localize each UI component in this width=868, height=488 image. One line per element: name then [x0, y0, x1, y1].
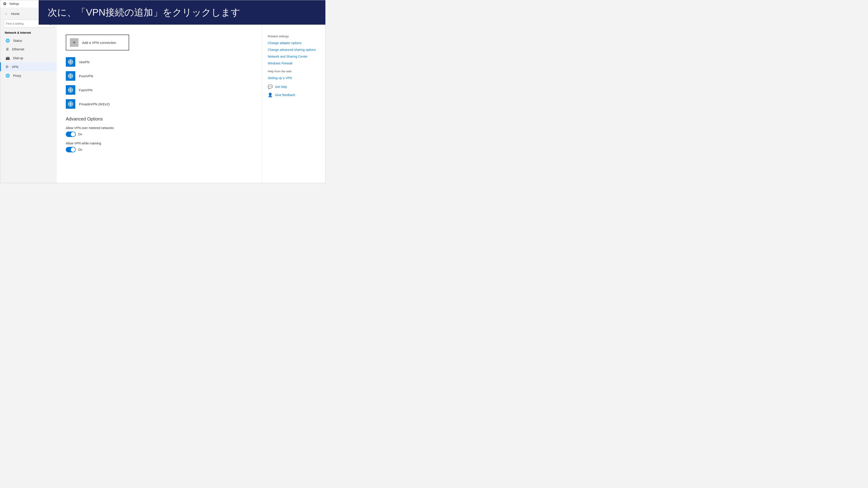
vpn-item-veepn[interactable]: VeePN: [66, 55, 253, 69]
vpn-item-privadovpn[interactable]: PrivadoVPN (IKEv2): [66, 97, 253, 111]
toggle-metered-state: On: [78, 132, 82, 136]
toggle-metered-label: Allow VPN over metered networks: [66, 126, 253, 130]
add-vpn-button[interactable]: + Add a VPN connection: [66, 35, 129, 51]
ethernet-icon: 🖥: [5, 47, 9, 51]
fastvpn-label: FastVPN: [79, 88, 92, 92]
right-panel: 次に、「VPN接続の追加」をクリックします + Add a VPN connec…: [57, 7, 262, 183]
proxy-icon: 🌐: [5, 73, 10, 78]
toggle-roaming[interactable]: [66, 147, 76, 152]
get-help-row[interactable]: 💬 Get help: [268, 84, 320, 89]
titlebar-left: ⚙ Settings: [3, 1, 19, 6]
fastvpn-icon: [66, 85, 75, 95]
give-feedback-icon: 👤: [268, 92, 273, 97]
vpn-item-purevpn[interactable]: PureVPN: [66, 69, 253, 83]
toggle-roaming-container: On: [66, 147, 253, 152]
sidebar-section-title: Network & Internet: [0, 31, 57, 36]
dialup-icon: 📠: [5, 56, 10, 60]
veepn-icon: [66, 57, 75, 67]
add-vpn-label: Add a VPN connection: [82, 41, 116, 44]
change-sharing-link[interactable]: Change advanced sharing options: [268, 48, 320, 52]
veepn-label: VeePN: [79, 60, 90, 64]
get-help-link[interactable]: Get help: [275, 85, 287, 89]
related-sidebar: Related settings Change adapter options …: [262, 7, 326, 183]
sidebar-item-label-proxy: Proxy: [13, 74, 21, 77]
give-feedback-link[interactable]: Give feedback: [275, 93, 295, 97]
help-from-web-title: Help from the web: [268, 70, 320, 73]
advanced-options-title: Advanced Options: [66, 117, 253, 122]
add-plus-icon: +: [70, 38, 79, 47]
sidebar-item-label-vpn: VPN: [12, 65, 18, 69]
home-label: Home: [11, 12, 20, 15]
overlay-banner: 次に、「VPN接続の追加」をクリックします: [57, 7, 262, 25]
get-help-icon: 💬: [268, 84, 273, 89]
section-divider: Help from the web Setting up a VPN: [268, 70, 320, 80]
back-arrow-icon: ←: [5, 12, 8, 15]
sidebar-item-label-dialup: Dial-up: [13, 56, 23, 60]
setting-up-vpn-link[interactable]: Setting up a VPN: [268, 76, 320, 80]
toggle-roaming-state: On: [78, 148, 82, 152]
sidebar-item-vpn[interactable]: ⚙ VPN: [0, 62, 57, 71]
sidebar: ← Home 🔍 Network & Internet 🌐 Status 🖥 E…: [0, 7, 57, 183]
toggle-metered[interactable]: [66, 132, 76, 137]
purevpn-icon: [66, 71, 75, 81]
sidebar-item-label-ethernet: Ethernet: [12, 47, 24, 51]
main-content: ← Home 🔍 Network & Internet 🌐 Status 🖥 E…: [0, 7, 326, 183]
vpn-item-fastvpn[interactable]: FastVPN: [66, 83, 253, 97]
sidebar-item-status[interactable]: 🌐 Status: [0, 36, 57, 45]
sidebar-item-proxy[interactable]: 🌐 Proxy: [0, 71, 57, 80]
windows-firewall-link[interactable]: Windows Firewall: [268, 62, 320, 65]
status-icon: 🌐: [5, 38, 10, 43]
window-title: Settings: [9, 2, 19, 5]
sidebar-item-dialup[interactable]: 📠 Dial-up: [0, 54, 57, 62]
toggle-roaming-label: Allow VPN while roaming: [66, 141, 253, 145]
toggle-metered-container: On: [66, 132, 253, 137]
change-adapter-link[interactable]: Change adapter options: [268, 41, 320, 45]
related-settings-title: Related settings: [268, 35, 320, 38]
network-sharing-center-link[interactable]: Network and Sharing Center: [268, 55, 320, 58]
purevpn-label: PureVPN: [79, 74, 93, 78]
privadovpn-label: PrivadoVPN (IKEv2): [79, 102, 110, 106]
vpn-icon: ⚙: [5, 65, 8, 69]
overlay-banner-text: 次に、「VPN接続の追加」をクリックします: [57, 7, 240, 19]
toggle-row-metered: Allow VPN over metered networks On: [66, 126, 253, 137]
settings-window: ⚙ Settings ─ □ ✕ ← Home 🔍 Network & Inte…: [0, 0, 326, 183]
sidebar-item-ethernet[interactable]: 🖥 Ethernet: [0, 45, 57, 54]
privadovpn-icon: [66, 99, 75, 109]
toggle-row-roaming: Allow VPN while roaming On: [66, 141, 253, 152]
give-feedback-row[interactable]: 👤 Give feedback: [268, 92, 320, 97]
sidebar-item-label-status: Status: [13, 39, 22, 42]
